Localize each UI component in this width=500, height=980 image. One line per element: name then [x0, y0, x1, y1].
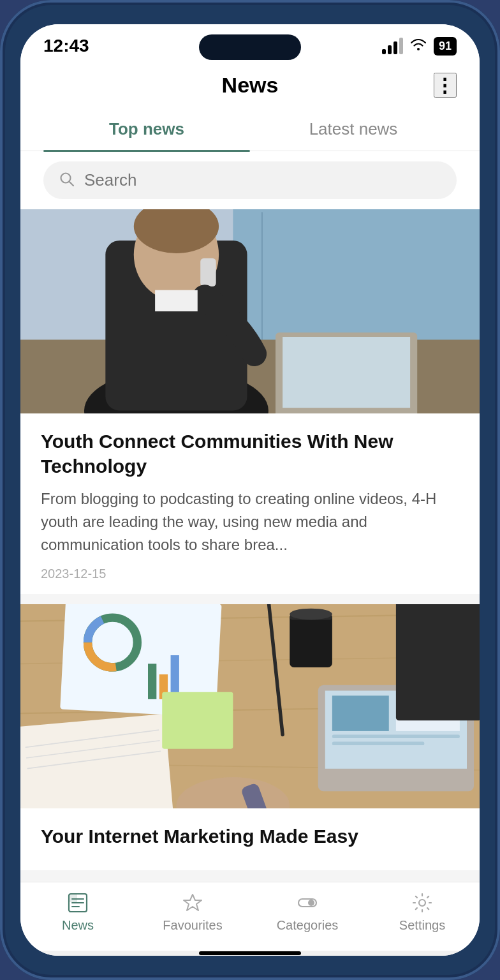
- nav-label-categories: Categories: [277, 918, 339, 933]
- svg-rect-43: [162, 692, 233, 749]
- more-vertical-icon[interactable]: ⋮: [434, 73, 457, 98]
- svg-rect-39: [332, 742, 424, 746]
- article-body-1: Youth Connect Communities With New Techn…: [20, 413, 480, 594]
- svg-line-1: [70, 181, 74, 186]
- svg-point-53: [419, 900, 425, 906]
- search-input[interactable]: [84, 170, 441, 190]
- tab-latest-news[interactable]: Latest news: [250, 108, 457, 151]
- nav-item-categories[interactable]: Categories: [250, 891, 365, 933]
- article-image-1: [20, 209, 480, 413]
- search-icon: [59, 171, 75, 190]
- page-title: News: [222, 73, 279, 98]
- nav-label-news: News: [62, 918, 94, 933]
- nav-label-favourites: Favourites: [163, 918, 222, 933]
- nav-label-settings: Settings: [399, 918, 445, 933]
- svg-rect-13: [200, 258, 216, 286]
- list-item[interactable]: Youth Connect Communities With New Techn…: [20, 209, 480, 594]
- svg-rect-44: [396, 604, 480, 720]
- dynamic-island: [199, 34, 301, 60]
- article-excerpt-1: From blogging to podcasting to creating …: [41, 487, 459, 556]
- svg-point-33: [290, 609, 332, 620]
- article-title-1: Youth Connect Communities With New Techn…: [41, 429, 459, 479]
- svg-rect-28: [148, 664, 156, 699]
- svg-rect-49: [69, 894, 77, 902]
- article-body-2: Your Internet Marketing Made Easy: [20, 808, 480, 870]
- article-title-2: Your Internet Marketing Made Easy: [41, 824, 459, 849]
- phone-frame: 12:43: [0, 0, 500, 980]
- article-image-2: [20, 604, 480, 808]
- status-icons: 91: [382, 37, 457, 56]
- tabs-container: Top news Latest news: [20, 108, 480, 151]
- news-icon: [66, 891, 89, 914]
- signal-icon: [382, 38, 403, 54]
- nav-item-news[interactable]: News: [20, 891, 135, 933]
- content-area: Youth Connect Communities With New Techn…: [20, 209, 480, 882]
- svg-rect-31: [290, 614, 332, 667]
- svg-point-52: [308, 900, 314, 906]
- svg-rect-14: [155, 290, 198, 311]
- article-date-1: 2023-12-15: [41, 567, 106, 581]
- svg-rect-36: [332, 695, 389, 731]
- app-header: News ⋮: [20, 63, 480, 108]
- battery-icon: 91: [434, 37, 457, 56]
- svg-rect-20: [20, 714, 175, 808]
- home-indicator: [20, 951, 480, 956]
- phone-screen: 12:43: [20, 24, 480, 956]
- nav-item-settings[interactable]: Settings: [365, 891, 480, 933]
- tab-top-news[interactable]: Top news: [43, 108, 250, 151]
- svg-marker-50: [184, 895, 202, 910]
- wifi-icon: [409, 37, 427, 55]
- toggle-icon: [296, 891, 319, 914]
- list-item[interactable]: Your Internet Marketing Made Easy: [20, 604, 480, 870]
- nav-item-favourites[interactable]: Favourites: [135, 891, 250, 933]
- status-time: 12:43: [43, 36, 89, 56]
- svg-rect-38: [332, 734, 460, 738]
- star-icon: [181, 891, 204, 914]
- bottom-nav: News Favourites Categories: [20, 882, 480, 951]
- gear-icon: [411, 891, 434, 914]
- svg-rect-7: [283, 337, 410, 408]
- search-container: [20, 151, 480, 209]
- search-bar[interactable]: [43, 161, 457, 199]
